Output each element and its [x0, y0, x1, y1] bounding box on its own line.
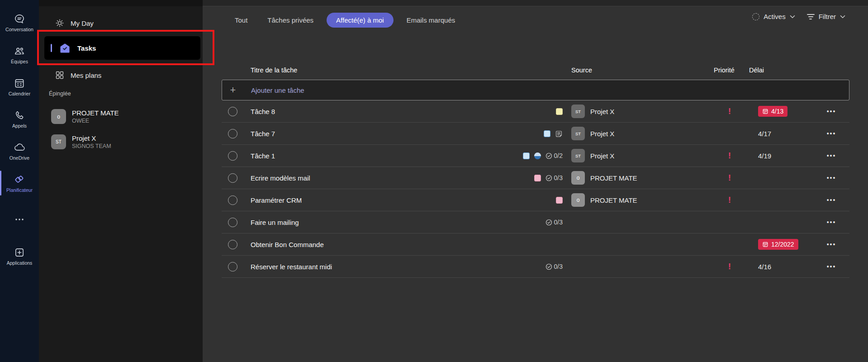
table-row[interactable]: Faire un mailing 0/3 ••• [222, 211, 849, 233]
table-row[interactable]: Ecrire modèles mail 0/3 o PROJET MATE ! [222, 167, 849, 189]
table-row[interactable]: Obtenir Bon Commande 12/2022 [222, 233, 849, 256]
task-complete-checkbox[interactable] [228, 151, 237, 161]
source-name: PROJET MATE [590, 174, 637, 182]
more-options-button[interactable]: ••• [827, 152, 836, 159]
plus-icon: + [222, 86, 244, 95]
rail-more-button[interactable] [0, 207, 39, 232]
source-avatar: o [571, 171, 585, 185]
checklist-icon [545, 152, 552, 159]
tab-tout[interactable]: Tout [228, 13, 254, 28]
task-badges [544, 130, 569, 138]
tab-affecte-a-moi[interactable]: Affecté(e) à moi [327, 13, 394, 28]
category-label [556, 108, 563, 115]
task-title: Faire un mailing [243, 219, 299, 226]
task-title: Tâche 7 [243, 130, 275, 138]
rail-item-equipes[interactable]: Équipes [0, 38, 39, 71]
tab-emails-marques[interactable]: Emails marqués [400, 13, 462, 28]
task-complete-checkbox[interactable] [228, 262, 237, 272]
app-rail: Conversation Équipes Calendrier Appels O… [0, 0, 39, 362]
rail-label: Appels [12, 123, 27, 129]
more-options-button[interactable]: ••• [827, 219, 836, 226]
due-date: 4/16 [758, 263, 771, 271]
checklist-icon [545, 219, 552, 226]
source-avatar: ST [571, 149, 585, 162]
more-options-button[interactable]: ••• [827, 263, 836, 270]
more-options-button[interactable]: ••• [827, 108, 836, 115]
add-task-row[interactable]: + Ajouter une tâche [222, 80, 849, 100]
table-row[interactable]: Réserver le restaurant midi 0/3 ! 4/16 [222, 256, 849, 278]
table-row[interactable]: Tâche 7 ST Projet X 4/17 ••• [222, 123, 849, 145]
task-title: Tâche 1 [243, 152, 275, 160]
filter-label: Filtrer [819, 13, 836, 20]
calendar-badge-icon [762, 241, 768, 248]
chevron-down-icon [790, 15, 795, 19]
more-options-button[interactable]: ••• [827, 196, 836, 204]
notes-icon [555, 130, 563, 138]
chevron-down-icon [840, 15, 845, 19]
table-row[interactable]: Tâche 8 ST Projet X ! 4/13 [222, 100, 849, 123]
rail-item-conversation[interactable]: Conversation [0, 6, 39, 38]
more-options-button[interactable]: ••• [827, 241, 836, 248]
table-row[interactable]: Paramétrer CRM o PROJET MATE ! ••• [222, 189, 849, 211]
pinned-plan-projet-mate[interactable]: o PROJET MATE OWEE [51, 109, 119, 124]
table-row[interactable]: Tâche 1 0/2 ST Projet X ! [222, 145, 849, 167]
phone-icon [14, 110, 25, 121]
category-label [556, 197, 563, 204]
pinned-plan-projet-x[interactable]: ST Projet X SIGNOS TEAM [51, 134, 111, 150]
task-complete-checkbox[interactable] [228, 129, 237, 138]
task-title: Réserver le restaurant midi [243, 263, 332, 271]
rail-item-appels[interactable]: Appels [0, 103, 39, 135]
rail-label: Planificateur [6, 187, 33, 193]
sidebar-item-label: Tasks [77, 44, 96, 52]
rail-item-planificateur[interactable]: Planificateur [0, 167, 39, 199]
sidebar-item-mes-plans[interactable]: Mes plans [55, 69, 101, 81]
column-header-priority: Priorité [714, 67, 745, 74]
checklist-icon [545, 263, 552, 270]
rail-item-applications[interactable]: Applications [0, 240, 39, 272]
source-name: Projet X [590, 130, 614, 138]
plan-avatar: o [51, 109, 66, 124]
task-complete-checkbox[interactable] [228, 173, 237, 183]
status-dashed-circle-icon [752, 13, 759, 20]
task-title: Obtenir Bon Commande [243, 241, 324, 248]
checklist-progress: 0/3 [545, 174, 563, 181]
plan-avatar: ST [51, 134, 66, 149]
sidebar-item-my-day[interactable]: My Day [55, 17, 94, 29]
sun-icon [55, 19, 64, 28]
category-label [544, 130, 550, 137]
task-title: Tâche 8 [243, 108, 275, 115]
rail-item-calendrier[interactable]: Calendrier [0, 71, 39, 103]
rail-label: Conversation [5, 27, 33, 32]
rail-item-onedrive[interactable]: OneDrive [0, 135, 39, 167]
calendar-icon [14, 77, 25, 89]
task-rows: Tâche 8 ST Projet X ! 4/13 [222, 100, 849, 278]
tab-taches-privees[interactable]: Tâches privées [261, 13, 320, 28]
source-avatar: ST [571, 127, 585, 140]
rail-label: Calendrier [9, 91, 30, 96]
sidebar-item-tasks[interactable]: Tasks [44, 36, 200, 60]
apps-icon [14, 247, 25, 258]
source-name: PROJET MATE [590, 196, 637, 204]
task-complete-checkbox[interactable] [228, 218, 237, 227]
tasks-main-panel: Tout Tâches privées Affecté(e) à moi Ema… [203, 0, 868, 362]
task-complete-checkbox[interactable] [228, 107, 237, 116]
more-options-button[interactable]: ••• [827, 130, 836, 137]
task-complete-checkbox[interactable] [228, 195, 237, 205]
task-complete-checkbox[interactable] [228, 240, 237, 249]
actives-dropdown[interactable]: Actives [752, 13, 795, 20]
source-avatar: o [571, 193, 585, 207]
column-header-title: Titre de la tâche [243, 67, 569, 74]
plan-title: Projet X [72, 134, 111, 143]
plan-subtitle: OWEE [72, 117, 119, 124]
cloud-icon [13, 142, 26, 153]
more-options-button[interactable]: ••• [827, 174, 836, 181]
checklist-progress: 0/3 [545, 263, 563, 270]
task-badges: 0/3 [545, 263, 569, 270]
pinned-section-header: Épinglée [49, 90, 71, 97]
category-label [523, 152, 530, 159]
filter-dropdown[interactable]: Filtrer [807, 13, 845, 20]
source-name: Projet X [590, 108, 614, 115]
checklist-icon [545, 175, 552, 181]
category-label [534, 175, 541, 181]
task-badges [556, 197, 569, 204]
